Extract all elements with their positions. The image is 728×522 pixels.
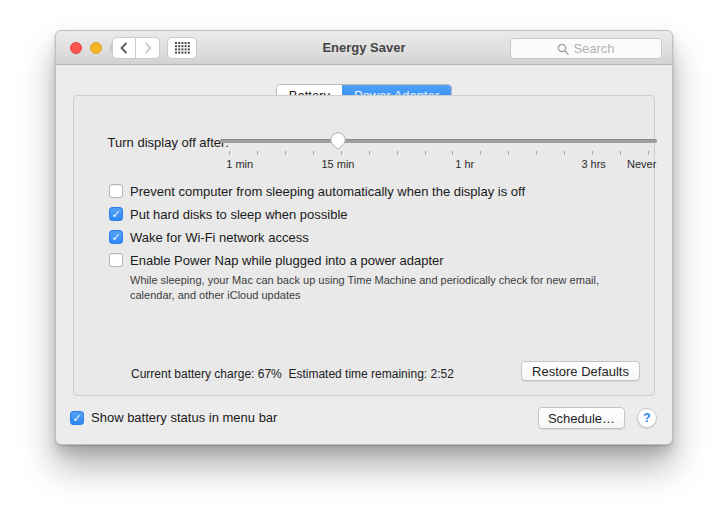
slider-tick	[592, 151, 593, 155]
back-button[interactable]	[112, 37, 136, 59]
slider-tick	[425, 151, 426, 155]
slider-thumb[interactable]	[330, 132, 346, 150]
search-icon	[557, 43, 569, 55]
slider-tick	[257, 151, 258, 155]
show-all-button[interactable]	[167, 37, 197, 59]
slider-tick	[620, 151, 621, 155]
menu-bar-battery-row[interactable]: ✓ Show battery status in menu bar	[70, 410, 277, 425]
power-adapter-pane: Turn display off after: 1 min15 min1 hr3…	[73, 95, 655, 396]
prevent-sleep-checkbox[interactable]: ✓	[109, 184, 123, 198]
hard-disk-sleep-checkbox[interactable]: ✓	[109, 207, 123, 221]
check-icon: ✓	[111, 208, 120, 220]
checkbox-label: Enable Power Nap while plugged into a po…	[130, 253, 444, 268]
slider-tick-label: 1 hr	[455, 158, 474, 170]
battery-status-text: Current battery charge: 67% Estimated ti…	[131, 367, 454, 381]
slider-tick	[397, 151, 398, 155]
checkbox-label: Put hard disks to sleep when possible	[130, 207, 348, 222]
slider-tick-label: 1 min	[226, 158, 253, 170]
nav-buttons	[112, 37, 160, 59]
schedule-button[interactable]: Schedule…	[538, 407, 625, 429]
help-button[interactable]: ?	[637, 408, 657, 428]
slider-tick	[285, 151, 286, 155]
chevron-left-icon	[119, 42, 129, 54]
checkbox-row-hard-disk-sleep[interactable]: ✓ Put hard disks to sleep when possible	[109, 207, 638, 221]
checkbox-row-wake-wifi[interactable]: ✓ Wake for Wi-Fi network access	[109, 230, 638, 244]
power-nap-checkbox[interactable]: ✓	[109, 253, 123, 267]
slider-tick	[313, 151, 314, 155]
slider-tick	[369, 151, 370, 155]
power-nap-description: While sleeping, your Mac can back up usi…	[130, 273, 638, 302]
forward-button-disabled	[136, 37, 160, 59]
slider-ticks	[220, 151, 657, 156]
slider-tick-label: 3 hrs	[581, 158, 605, 170]
display-sleep-slider-track[interactable]	[220, 139, 657, 143]
energy-options: ✓ Prevent computer from sleeping automat…	[109, 184, 638, 302]
slider-tick	[229, 151, 230, 155]
checkbox-label: Wake for Wi-Fi network access	[130, 230, 309, 245]
slider-tick-label: 15 min	[321, 158, 354, 170]
display-sleep-slider-label: Turn display off after:	[94, 135, 229, 150]
check-icon: ✓	[72, 412, 81, 424]
slider-tick	[564, 151, 565, 155]
chevron-right-icon	[143, 42, 153, 54]
slider-tick	[648, 151, 649, 155]
search-placeholder: Search	[573, 41, 614, 56]
menu-bar-checkbox-label: Show battery status in menu bar	[91, 410, 277, 425]
restore-defaults-button[interactable]: Restore Defaults	[521, 361, 640, 381]
slider-tick	[341, 151, 342, 155]
slider-tick-label: Never	[627, 158, 656, 170]
energy-saver-window: Energy Saver Search Battery Power Adapte…	[55, 30, 673, 445]
grid-icon	[175, 42, 190, 54]
checkbox-row-prevent-sleep[interactable]: ✓ Prevent computer from sleeping automat…	[109, 184, 638, 198]
slider-tick	[536, 151, 537, 155]
slider-tick	[480, 151, 481, 155]
check-icon: ✓	[111, 231, 120, 243]
checkbox-row-power-nap[interactable]: ✓ Enable Power Nap while plugged into a …	[109, 253, 638, 267]
search-input[interactable]: Search	[510, 38, 662, 59]
checkbox-label: Prevent computer from sleeping automatic…	[130, 184, 525, 199]
close-button[interactable]	[70, 42, 82, 54]
wake-wifi-checkbox[interactable]: ✓	[109, 230, 123, 244]
slider-tick	[508, 151, 509, 155]
minimize-button[interactable]	[90, 42, 102, 54]
slider-tick-labels: 1 min15 min1 hr3 hrsNever	[220, 158, 657, 171]
title-bar[interactable]: Energy Saver Search	[56, 31, 672, 65]
slider-tick	[452, 151, 453, 155]
show-battery-status-checkbox[interactable]: ✓	[70, 411, 84, 425]
